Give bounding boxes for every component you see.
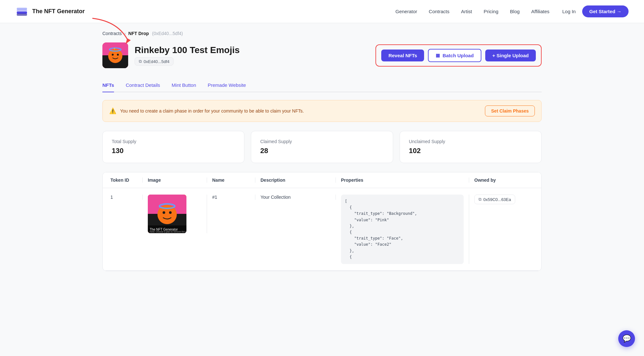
nft-image: The NFT Generator Note: Choose a plan to… xyxy=(148,195,186,233)
tab-contract-details[interactable]: Contract Details xyxy=(126,78,160,92)
header-actions: Reveal NFTs ▦ Batch Upload + Single Uplo… xyxy=(375,44,542,67)
breadcrumb-separator: › xyxy=(124,31,126,36)
copy-icon-2[interactable]: ⧉ xyxy=(478,197,481,202)
nav-link-generator[interactable]: Generator xyxy=(395,9,417,14)
project-header: ★ Rinkeby 100 Test Emojis ⧉ 0xEd40...5df… xyxy=(102,42,542,68)
td-image: The NFT Generator Note: Choose a plan to… xyxy=(143,195,207,233)
breadcrumb: Contracts › NFT Drop (0xEd40...5df4) xyxy=(102,31,542,36)
stat-card-claimed-supply: Claimed Supply 28 xyxy=(251,131,393,163)
single-upload-button[interactable]: + Single Upload xyxy=(485,50,536,61)
nav-links: Generator Contracts Artist Pricing Blog … xyxy=(395,9,549,14)
unclaimed-supply-value: 102 xyxy=(409,147,532,155)
th-image: Image xyxy=(143,178,207,183)
nft-table: Token ID Image Name Description Properti… xyxy=(102,172,542,271)
stat-card-total-supply: Total Supply 130 xyxy=(102,131,244,163)
copy-icon[interactable]: ⧉ xyxy=(139,59,142,64)
logo-icon xyxy=(15,5,28,18)
claimed-supply-label: Claimed Supply xyxy=(260,139,384,144)
svg-rect-1 xyxy=(17,8,27,10)
owner-address-chip: ⧉ 0x59C0...63Ea xyxy=(474,195,515,204)
batch-upload-button[interactable]: ▦ Batch Upload xyxy=(428,49,481,62)
td-description: Your Collection xyxy=(255,195,336,200)
th-description: Description xyxy=(255,178,336,183)
alert-banner: ⚠️ You need to create a claim phase in o… xyxy=(102,100,542,122)
total-supply-label: Total Supply xyxy=(112,139,235,144)
alert-icon: ⚠️ xyxy=(109,107,116,114)
breadcrumb-current: NFT Drop (0xEd40...5df4) xyxy=(128,31,183,36)
project-info: Rinkeby 100 Test Emojis ⧉ 0xEd40...5df4 xyxy=(135,45,369,66)
nav-link-blog[interactable]: Blog xyxy=(510,9,520,14)
table-row: 1 The NFT Generator Note: Choose a plan … xyxy=(103,188,541,271)
thumbnail-emoji: ★ xyxy=(102,42,128,68)
nav-link-affiliates[interactable]: Affiliates xyxy=(531,9,549,14)
svg-point-16 xyxy=(163,211,165,214)
stat-card-unclaimed-supply: Unclaimed Supply 102 xyxy=(400,131,542,163)
alert-text: You need to create a claim phase in orde… xyxy=(120,108,481,114)
svg-rect-3 xyxy=(17,14,27,16)
set-claim-phases-button[interactable]: Set Claim Phases xyxy=(485,105,535,116)
project-title: Rinkeby 100 Test Emojis xyxy=(135,45,369,55)
nav-logo[interactable]: The NFT Generator xyxy=(15,5,85,18)
batch-icon: ▦ xyxy=(436,53,440,58)
tab-premade-website[interactable]: Premade Website xyxy=(208,78,246,92)
table-header: Token ID Image Name Description Properti… xyxy=(103,172,541,188)
nav-logo-text: The NFT Generator xyxy=(32,8,85,15)
td-properties: [ { "trait_type": "Background", "value":… xyxy=(336,195,469,264)
tab-mint-button[interactable]: Mint Button xyxy=(172,78,196,92)
td-token-id: 1 xyxy=(110,195,143,200)
breadcrumb-contracts[interactable]: Contracts xyxy=(102,31,122,36)
stats-row: Total Supply 130 Claimed Supply 28 Uncla… xyxy=(102,131,542,163)
tab-nfts[interactable]: NFTs xyxy=(102,78,114,92)
nav-link-contracts[interactable]: Contracts xyxy=(429,9,450,14)
main-content: Contracts › NFT Drop (0xEd40...5df4) xyxy=(87,23,557,279)
total-supply-value: 130 xyxy=(112,147,235,155)
th-owned-by: Owned by xyxy=(469,178,534,183)
td-name: #1 xyxy=(207,195,255,200)
login-button[interactable]: Log In xyxy=(562,9,576,14)
svg-point-9 xyxy=(112,54,114,56)
td-owned-by: ⧉ 0x59C0...63Ea xyxy=(469,195,534,204)
svg-rect-0 xyxy=(17,10,27,12)
claimed-supply-value: 28 xyxy=(260,147,384,155)
svg-rect-2 xyxy=(17,12,27,14)
project-address-chip: ⧉ 0xEd40...5df4 xyxy=(135,57,174,66)
tabs: NFTs Contract Details Mint Button Premad… xyxy=(102,78,542,92)
svg-point-17 xyxy=(169,211,172,214)
th-token-id: Token ID xyxy=(110,178,143,183)
th-name: Name xyxy=(207,178,255,183)
properties-box: [ { "trait_type": "Background", "value":… xyxy=(341,195,464,264)
navbar: The NFT Generator Generator Contracts Ar… xyxy=(0,0,644,23)
reveal-nfts-button[interactable]: Reveal NFTs xyxy=(381,50,424,61)
unclaimed-supply-label: Unclaimed Supply xyxy=(409,139,532,144)
nav-link-pricing[interactable]: Pricing xyxy=(484,9,498,14)
svg-text:★: ★ xyxy=(113,47,116,50)
nav-actions: Log In Get Started → xyxy=(562,5,629,17)
svg-text:Note: Choose a plan to remove : Note: Choose a plan to remove the waterm… xyxy=(150,231,186,233)
th-properties: Properties xyxy=(336,178,469,183)
svg-point-10 xyxy=(117,54,119,56)
nav-link-artist[interactable]: Artist xyxy=(461,9,472,14)
get-started-button[interactable]: Get Started → xyxy=(582,5,629,17)
project-thumbnail: ★ xyxy=(102,42,128,68)
